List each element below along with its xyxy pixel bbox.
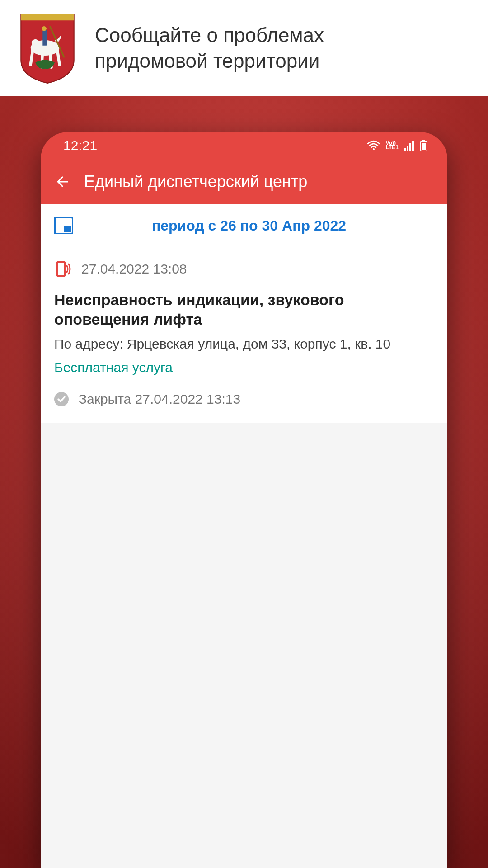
phone-ring-icon bbox=[54, 260, 71, 278]
back-arrow-icon[interactable] bbox=[54, 174, 70, 190]
svg-point-1 bbox=[32, 39, 39, 47]
phone-mockup: 12:21 Vo))LTE1 bbox=[41, 132, 447, 868]
calendar-icon bbox=[54, 217, 73, 234]
svg-rect-13 bbox=[64, 226, 71, 232]
wifi-icon bbox=[367, 140, 380, 151]
svg-rect-5 bbox=[404, 148, 406, 151]
app-content: период с 26 по 30 Апр 2022 27.04.2022 13… bbox=[41, 204, 447, 868]
ticket-tag: Бесплатная услуга bbox=[54, 360, 434, 375]
ticket-status-row: Закрыта 27.04.2022 13:13 bbox=[54, 392, 434, 407]
svg-rect-7 bbox=[409, 143, 411, 151]
status-bar: 12:21 Vo))LTE1 bbox=[41, 132, 447, 159]
period-filter[interactable]: период с 26 по 30 Апр 2022 bbox=[41, 204, 447, 247]
svg-point-4 bbox=[373, 148, 375, 150]
moscow-crest-icon bbox=[18, 12, 77, 84]
ticket-meta: 27.04.2022 13:08 bbox=[54, 260, 434, 278]
svg-rect-11 bbox=[422, 143, 426, 150]
promo-line2: придомовой территории bbox=[95, 50, 319, 72]
promo-header: Сообщайте о проблемах придомовой террито… bbox=[0, 0, 488, 96]
svg-rect-14 bbox=[57, 262, 65, 276]
promo-line1: Сообщайте о проблемах bbox=[95, 24, 324, 46]
status-icons: Vo))LTE1 bbox=[367, 140, 427, 151]
ticket-title: Неисправность индикации, звукового опове… bbox=[54, 290, 434, 329]
empty-list-area bbox=[41, 423, 447, 868]
signal-icon bbox=[404, 141, 415, 151]
battery-icon bbox=[420, 140, 427, 151]
period-text: период с 26 по 30 Апр 2022 bbox=[87, 217, 411, 234]
volte-icon: Vo))LTE1 bbox=[386, 141, 399, 150]
ticket-status-text: Закрыта 27.04.2022 13:13 bbox=[79, 392, 240, 407]
status-time: 12:21 bbox=[63, 138, 97, 153]
app-bar-title: Единый диспетчерский центр bbox=[84, 172, 307, 191]
ticket-address: По адресу: Ярцевская улица, дом 33, корп… bbox=[54, 335, 434, 353]
check-circle-icon bbox=[54, 392, 69, 406]
ticket-card[interactable]: 27.04.2022 13:08 Неисправность индикации… bbox=[41, 247, 447, 423]
promo-title: Сообщайте о проблемах придомовой террито… bbox=[95, 22, 324, 74]
svg-point-2 bbox=[42, 26, 47, 31]
app-bar: Единый диспетчерский центр bbox=[41, 159, 447, 204]
showcase-background: 12:21 Vo))LTE1 bbox=[0, 96, 488, 868]
svg-point-15 bbox=[54, 392, 69, 406]
svg-rect-8 bbox=[412, 141, 414, 151]
svg-rect-6 bbox=[407, 146, 408, 151]
ticket-datetime: 27.04.2022 13:08 bbox=[81, 261, 187, 277]
